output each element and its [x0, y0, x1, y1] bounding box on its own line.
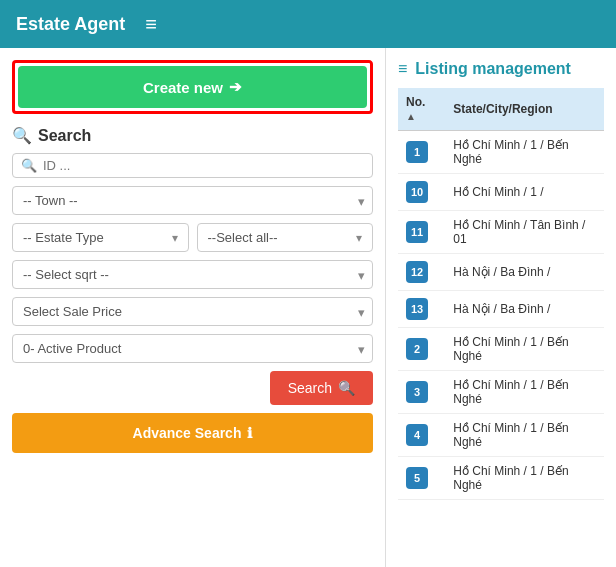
row-badge: 1 [406, 141, 428, 163]
listing-icon: ≡ [398, 60, 407, 78]
search-section-header: 🔍 Search [12, 126, 373, 145]
row-badge: 10 [406, 181, 428, 203]
search-heading-icon: 🔍 [12, 126, 32, 145]
table-row: 1Hồ Chí Minh / 1 / Bến Nghé [398, 131, 604, 174]
active-product-select-wrapper: 0- Active Product [12, 334, 373, 363]
cell-location: Hồ Chí Minh / 1 / Bến Nghé [445, 371, 604, 414]
col-location: State/City/Region [445, 88, 604, 131]
hamburger-icon[interactable]: ≡ [145, 13, 157, 36]
create-new-label: Create new [143, 79, 223, 96]
sort-arrow-no: ▲ [406, 111, 416, 122]
sqrt-select[interactable]: -- Select sqrt -- [12, 260, 373, 289]
cell-no: 11 [398, 211, 445, 254]
estate-type-row: -- Estate Type ▾ --Select all-- ▾ [12, 223, 373, 252]
table-row: 5Hồ Chí Minh / 1 / Bến Nghé [398, 457, 604, 500]
cell-no: 5 [398, 457, 445, 500]
table-row: 3Hồ Chí Minh / 1 / Bến Nghé [398, 371, 604, 414]
left-panel: Create new ➔ 🔍 Search 🔍 -- Town -- -- Es… [0, 48, 385, 567]
cell-no: 1 [398, 131, 445, 174]
table-row: 10Hồ Chí Minh / 1 / [398, 174, 604, 211]
cell-location: Hồ Chí Minh / Tân Bình / 01 [445, 211, 604, 254]
sale-price-select-wrapper: Select Sale Price [12, 297, 373, 326]
search-input-icon: 🔍 [21, 158, 37, 173]
row-badge: 2 [406, 338, 428, 360]
right-panel: ≡ Listing management No. ▲ State/City/Re… [385, 48, 616, 567]
listing-title: Listing management [415, 60, 571, 78]
table-row: 11Hồ Chí Minh / Tân Bình / 01 [398, 211, 604, 254]
id-search-row: 🔍 [12, 153, 373, 178]
select-all-chevron: ▾ [356, 231, 362, 245]
cell-no: 2 [398, 328, 445, 371]
search-heading-label: Search [38, 127, 91, 145]
advance-search-label: Advance Search [133, 425, 242, 441]
listing-table-container: No. ▲ State/City/Region 1Hồ Chí Minh / 1… [398, 88, 604, 500]
search-btn-row: Search 🔍 [12, 371, 373, 405]
row-badge: 13 [406, 298, 428, 320]
app-header: Estate Agent ≡ [0, 0, 616, 48]
advance-search-button[interactable]: Advance Search ℹ [12, 413, 373, 453]
cell-no: 4 [398, 414, 445, 457]
row-badge: 11 [406, 221, 428, 243]
row-badge: 5 [406, 467, 428, 489]
sale-price-select[interactable]: Select Sale Price [12, 297, 373, 326]
sqrt-select-wrapper: -- Select sqrt -- [12, 260, 373, 289]
cell-location: Hồ Chí Minh / 1 / Bến Nghé [445, 131, 604, 174]
row-badge: 3 [406, 381, 428, 403]
select-all-wrapper: --Select all-- ▾ [197, 223, 374, 252]
table-header-row: No. ▲ State/City/Region [398, 88, 604, 131]
create-new-icon: ➔ [229, 78, 242, 96]
search-btn-label: Search [288, 380, 332, 396]
cell-no: 13 [398, 291, 445, 328]
cell-location: Hà Nội / Ba Đình / [445, 291, 604, 328]
select-all-select[interactable]: --Select all-- [208, 230, 353, 245]
estate-type-select[interactable]: -- Estate Type [23, 230, 168, 245]
active-product-select[interactable]: 0- Active Product [12, 334, 373, 363]
cell-no: 3 [398, 371, 445, 414]
table-row: 12Hà Nội / Ba Đình / [398, 254, 604, 291]
listing-header: ≡ Listing management [398, 60, 604, 78]
table-row: 2Hồ Chí Minh / 1 / Bến Nghé [398, 328, 604, 371]
listing-table: No. ▲ State/City/Region 1Hồ Chí Minh / 1… [398, 88, 604, 500]
cell-location: Hồ Chí Minh / 1 / Bến Nghé [445, 457, 604, 500]
cell-location: Hà Nội / Ba Đình / [445, 254, 604, 291]
cell-no: 12 [398, 254, 445, 291]
search-button[interactable]: Search 🔍 [270, 371, 373, 405]
table-row: 13Hà Nội / Ba Đình / [398, 291, 604, 328]
create-btn-wrapper: Create new ➔ [12, 60, 373, 114]
app-title: Estate Agent [16, 14, 125, 35]
town-select[interactable]: -- Town -- [12, 186, 373, 215]
id-search-input[interactable] [43, 158, 364, 173]
row-badge: 12 [406, 261, 428, 283]
col-no[interactable]: No. ▲ [398, 88, 445, 131]
cell-no: 10 [398, 174, 445, 211]
estate-type-wrapper: -- Estate Type ▾ [12, 223, 189, 252]
search-btn-icon: 🔍 [338, 380, 355, 396]
cell-location: Hồ Chí Minh / 1 / [445, 174, 604, 211]
main-layout: Create new ➔ 🔍 Search 🔍 -- Town -- -- Es… [0, 48, 616, 567]
table-row: 4Hồ Chí Minh / 1 / Bến Nghé [398, 414, 604, 457]
create-new-button[interactable]: Create new ➔ [18, 66, 367, 108]
advance-search-icon: ℹ [247, 425, 252, 441]
cell-location: Hồ Chí Minh / 1 / Bến Nghé [445, 414, 604, 457]
cell-location: Hồ Chí Minh / 1 / Bến Nghé [445, 328, 604, 371]
estate-type-chevron: ▾ [172, 231, 178, 245]
row-badge: 4 [406, 424, 428, 446]
town-select-wrapper: -- Town -- [12, 186, 373, 215]
